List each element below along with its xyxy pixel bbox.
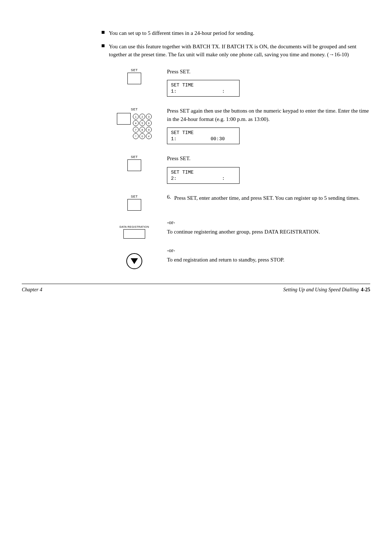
key-8[interactable]: 8 <box>139 127 145 133</box>
footer: Chapter 4 Setting Up and Using Speed Dia… <box>22 287 370 293</box>
lcd-line1-3: SET TIME <box>171 170 236 175</box>
left-col-stop <box>102 245 167 269</box>
stop-text: To end registration and return to standb… <box>167 256 370 264</box>
left-col-3: SET <box>102 154 167 171</box>
key-9[interactable]: 9 <box>146 127 152 133</box>
step-number: 6. <box>167 194 174 200</box>
bullet-list: You can set up to 5 different times in a… <box>102 29 370 59</box>
lcd-line1-1: SET TIME <box>171 82 236 88</box>
press-set-text-1: Press SET. <box>167 68 370 76</box>
or-text-2: -or- <box>167 247 370 254</box>
set-button-1[interactable] <box>127 73 141 84</box>
keypad-row-3: 7 8 9 <box>133 127 152 133</box>
step-text: Press SET, enter another time, and press… <box>174 194 370 202</box>
data-reg-text: To continue registering another group, p… <box>167 228 370 236</box>
right-col-datareg: -or- To continue registering another gro… <box>167 217 370 239</box>
key-1[interactable]: 1 <box>133 114 139 119</box>
footer-right: Setting Up and Using Speed Dialling 4-25 <box>283 287 370 293</box>
key-star[interactable]: * <box>133 133 139 139</box>
or-text-1: -or- <box>167 219 370 226</box>
right-col-2: Press SET again then use the buttons on … <box>167 107 370 148</box>
key-7[interactable]: 7 <box>133 127 139 133</box>
content-area: You can set up to 5 different times in a… <box>102 29 370 269</box>
right-col-step6: 6. Press SET, enter another time, and pr… <box>167 194 370 207</box>
footer-divider <box>22 284 370 284</box>
step-6-block: 6. Press SET, enter another time, and pr… <box>167 194 370 202</box>
key-0[interactable]: 0 <box>139 133 145 139</box>
set-label-step6: SET <box>131 195 138 198</box>
footer-title: Setting Up and Using Speed Dialling <box>283 287 359 293</box>
press-set-text-3: Press SET. <box>167 154 370 163</box>
bullet-text-2: You can use this feature together with B… <box>109 42 370 59</box>
keypad-row-2: 4 5 6 <box>133 120 152 126</box>
key-4[interactable]: 4 <box>133 120 139 126</box>
key-3[interactable]: 3 <box>146 114 152 119</box>
lcd-display-1: SET TIME 1: : <box>167 80 240 97</box>
right-col-stop: -or- To end registration and return to s… <box>167 245 370 267</box>
lcd-line2-1: 1: : <box>171 89 236 94</box>
bullet-icon <box>102 31 105 34</box>
key-hash[interactable]: # <box>146 133 152 139</box>
press-set-text-2: Press SET again then use the buttons on … <box>167 107 370 123</box>
bullet-icon <box>102 44 105 47</box>
lcd-line2-3: 2: : <box>171 176 236 181</box>
instruction-block-1: SET Press SET. SET TIME 1: : <box>102 68 370 101</box>
lcd-display-3: SET TIME 2: : <box>167 167 240 184</box>
lcd-display-2: SET TIME 1: 00:30 <box>167 127 240 144</box>
instruction-block-step6: SET 6. Press SET, enter another time, an… <box>102 194 370 211</box>
keypad-row-4: * 0 # <box>133 133 152 139</box>
left-col-1: SET <box>102 68 167 84</box>
set-with-keypad: SET 1 2 3 4 5 6 <box>117 108 152 139</box>
instruction-block-datareg: DATA REGISTRATION -or- To continue regis… <box>102 217 370 239</box>
list-item: You can use this feature together with B… <box>102 42 370 59</box>
left-col-2: SET 1 2 3 4 5 6 <box>102 107 167 139</box>
stop-icon <box>131 258 138 264</box>
key-2[interactable]: 2 <box>139 114 145 119</box>
instruction-block-3: SET Press SET. SET TIME 2: : <box>102 154 370 187</box>
footer-chapter: Chapter 4 <box>22 287 42 293</box>
data-reg-button[interactable] <box>123 229 145 239</box>
key-6[interactable]: 6 <box>146 120 152 126</box>
instruction-block-2: SET 1 2 3 4 5 6 <box>102 107 370 148</box>
instruction-block-stop: -or- To end registration and return to s… <box>102 245 370 269</box>
list-item: You can set up to 5 different times in a… <box>102 29 370 37</box>
right-col-3: Press SET. SET TIME 2: : <box>167 154 370 187</box>
key-5[interactable]: 5 <box>139 120 145 126</box>
bullet-text-1: You can set up to 5 different times in a… <box>109 29 370 37</box>
set-label-1: SET <box>131 68 138 72</box>
set-button-2[interactable] <box>117 113 131 125</box>
page: You can set up to 5 different times in a… <box>0 0 392 555</box>
right-col-1: Press SET. SET TIME 1: : <box>167 68 370 101</box>
numeric-keypad: 1 2 3 4 5 6 7 8 <box>133 114 152 139</box>
set-label-2: SET <box>131 108 138 111</box>
data-reg-label: DATA REGISTRATION <box>119 225 149 228</box>
set-label-3: SET <box>131 155 138 159</box>
lcd-line2-2: 1: 00:30 <box>171 136 236 142</box>
footer-page: 4-25 <box>361 287 370 293</box>
left-col-datareg: DATA REGISTRATION <box>102 217 167 239</box>
left-col-step6: SET <box>102 194 167 211</box>
set-button-step6[interactable] <box>127 199 141 211</box>
stop-button[interactable] <box>126 253 142 269</box>
set-button-3[interactable] <box>127 159 141 171</box>
keypad-row-1: 1 2 3 <box>133 114 152 119</box>
lcd-line1-2: SET TIME <box>171 130 236 135</box>
